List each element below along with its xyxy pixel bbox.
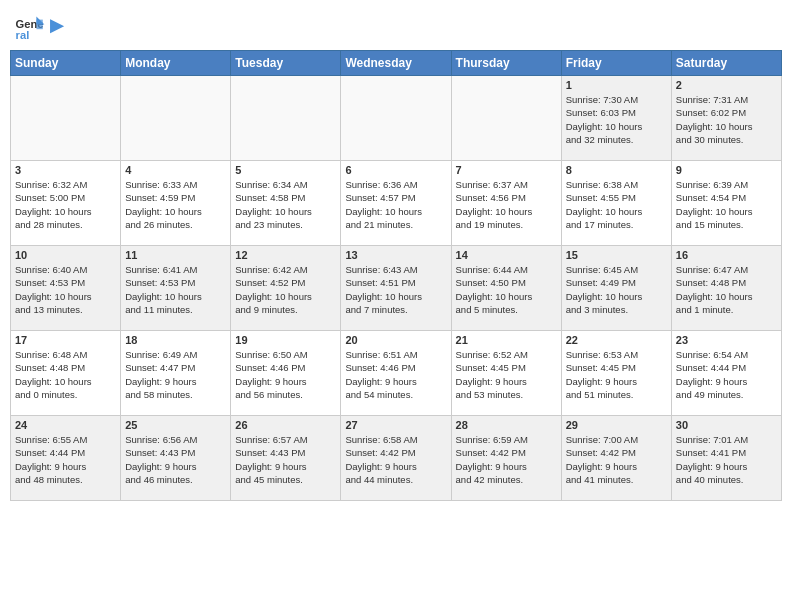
day-number: 7 xyxy=(456,164,557,176)
day-info: Sunrise: 6:37 AM Sunset: 4:56 PM Dayligh… xyxy=(456,178,557,231)
day-number: 16 xyxy=(676,249,777,261)
calendar-cell: 16Sunrise: 6:47 AM Sunset: 4:48 PM Dayli… xyxy=(671,246,781,331)
calendar-cell: 19Sunrise: 6:50 AM Sunset: 4:46 PM Dayli… xyxy=(231,331,341,416)
calendar-cell: 11Sunrise: 6:41 AM Sunset: 4:53 PM Dayli… xyxy=(121,246,231,331)
logo: Gene ral ▶ xyxy=(14,10,63,42)
calendar-cell: 3Sunrise: 6:32 AM Sunset: 5:00 PM Daylig… xyxy=(11,161,121,246)
day-number: 1 xyxy=(566,79,667,91)
day-info: Sunrise: 6:36 AM Sunset: 4:57 PM Dayligh… xyxy=(345,178,446,231)
day-number: 21 xyxy=(456,334,557,346)
day-number: 2 xyxy=(676,79,777,91)
calendar-cell: 25Sunrise: 6:56 AM Sunset: 4:43 PM Dayli… xyxy=(121,416,231,501)
day-number: 20 xyxy=(345,334,446,346)
calendar-cell: 13Sunrise: 6:43 AM Sunset: 4:51 PM Dayli… xyxy=(341,246,451,331)
calendar-header-row: SundayMondayTuesdayWednesdayThursdayFrid… xyxy=(11,51,782,76)
day-number: 4 xyxy=(125,164,226,176)
calendar-cell: 4Sunrise: 6:33 AM Sunset: 4:59 PM Daylig… xyxy=(121,161,231,246)
calendar-cell: 2Sunrise: 7:31 AM Sunset: 6:02 PM Daylig… xyxy=(671,76,781,161)
day-info: Sunrise: 6:53 AM Sunset: 4:45 PM Dayligh… xyxy=(566,348,667,401)
day-number: 22 xyxy=(566,334,667,346)
day-info: Sunrise: 6:55 AM Sunset: 4:44 PM Dayligh… xyxy=(15,433,116,486)
day-info: Sunrise: 7:31 AM Sunset: 6:02 PM Dayligh… xyxy=(676,93,777,146)
day-info: Sunrise: 6:49 AM Sunset: 4:47 PM Dayligh… xyxy=(125,348,226,401)
calendar-cell: 17Sunrise: 6:48 AM Sunset: 4:48 PM Dayli… xyxy=(11,331,121,416)
day-number: 11 xyxy=(125,249,226,261)
day-info: Sunrise: 6:42 AM Sunset: 4:52 PM Dayligh… xyxy=(235,263,336,316)
day-info: Sunrise: 6:54 AM Sunset: 4:44 PM Dayligh… xyxy=(676,348,777,401)
day-number: 18 xyxy=(125,334,226,346)
calendar-cell xyxy=(231,76,341,161)
calendar-cell: 20Sunrise: 6:51 AM Sunset: 4:46 PM Dayli… xyxy=(341,331,451,416)
day-info: Sunrise: 7:00 AM Sunset: 4:42 PM Dayligh… xyxy=(566,433,667,486)
day-info: Sunrise: 7:30 AM Sunset: 6:03 PM Dayligh… xyxy=(566,93,667,146)
logo-icon-triangle: ▶ xyxy=(50,16,63,35)
calendar-week-row: 24Sunrise: 6:55 AM Sunset: 4:44 PM Dayli… xyxy=(11,416,782,501)
calendar-cell xyxy=(121,76,231,161)
day-info: Sunrise: 6:51 AM Sunset: 4:46 PM Dayligh… xyxy=(345,348,446,401)
day-info: Sunrise: 6:58 AM Sunset: 4:42 PM Dayligh… xyxy=(345,433,446,486)
page-header: Gene ral ▶ xyxy=(10,10,782,42)
day-info: Sunrise: 6:40 AM Sunset: 4:53 PM Dayligh… xyxy=(15,263,116,316)
day-info: Sunrise: 6:43 AM Sunset: 4:51 PM Dayligh… xyxy=(345,263,446,316)
calendar-cell: 7Sunrise: 6:37 AM Sunset: 4:56 PM Daylig… xyxy=(451,161,561,246)
calendar-cell: 26Sunrise: 6:57 AM Sunset: 4:43 PM Dayli… xyxy=(231,416,341,501)
day-number: 12 xyxy=(235,249,336,261)
day-number: 30 xyxy=(676,419,777,431)
day-number: 23 xyxy=(676,334,777,346)
day-number: 24 xyxy=(15,419,116,431)
header-day-saturday: Saturday xyxy=(671,51,781,76)
svg-marker-3 xyxy=(36,20,42,30)
calendar-cell: 10Sunrise: 6:40 AM Sunset: 4:53 PM Dayli… xyxy=(11,246,121,331)
calendar-cell xyxy=(11,76,121,161)
calendar-cell: 22Sunrise: 6:53 AM Sunset: 4:45 PM Dayli… xyxy=(561,331,671,416)
day-number: 17 xyxy=(15,334,116,346)
day-number: 9 xyxy=(676,164,777,176)
day-number: 15 xyxy=(566,249,667,261)
calendar-cell: 1Sunrise: 7:30 AM Sunset: 6:03 PM Daylig… xyxy=(561,76,671,161)
calendar-cell: 27Sunrise: 6:58 AM Sunset: 4:42 PM Dayli… xyxy=(341,416,451,501)
day-number: 6 xyxy=(345,164,446,176)
day-info: Sunrise: 6:32 AM Sunset: 5:00 PM Dayligh… xyxy=(15,178,116,231)
day-number: 26 xyxy=(235,419,336,431)
day-info: Sunrise: 6:56 AM Sunset: 4:43 PM Dayligh… xyxy=(125,433,226,486)
calendar-cell: 18Sunrise: 6:49 AM Sunset: 4:47 PM Dayli… xyxy=(121,331,231,416)
day-number: 27 xyxy=(345,419,446,431)
day-number: 3 xyxy=(15,164,116,176)
header-day-wednesday: Wednesday xyxy=(341,51,451,76)
calendar-cell: 21Sunrise: 6:52 AM Sunset: 4:45 PM Dayli… xyxy=(451,331,561,416)
header-day-friday: Friday xyxy=(561,51,671,76)
day-info: Sunrise: 6:34 AM Sunset: 4:58 PM Dayligh… xyxy=(235,178,336,231)
day-number: 14 xyxy=(456,249,557,261)
day-info: Sunrise: 6:48 AM Sunset: 4:48 PM Dayligh… xyxy=(15,348,116,401)
calendar-cell: 29Sunrise: 7:00 AM Sunset: 4:42 PM Dayli… xyxy=(561,416,671,501)
calendar-week-row: 1Sunrise: 7:30 AM Sunset: 6:03 PM Daylig… xyxy=(11,76,782,161)
calendar-cell: 6Sunrise: 6:36 AM Sunset: 4:57 PM Daylig… xyxy=(341,161,451,246)
calendar-cell: 8Sunrise: 6:38 AM Sunset: 4:55 PM Daylig… xyxy=(561,161,671,246)
calendar-cell: 5Sunrise: 6:34 AM Sunset: 4:58 PM Daylig… xyxy=(231,161,341,246)
header-day-tuesday: Tuesday xyxy=(231,51,341,76)
calendar-cell: 23Sunrise: 6:54 AM Sunset: 4:44 PM Dayli… xyxy=(671,331,781,416)
day-info: Sunrise: 6:38 AM Sunset: 4:55 PM Dayligh… xyxy=(566,178,667,231)
calendar-cell: 24Sunrise: 6:55 AM Sunset: 4:44 PM Dayli… xyxy=(11,416,121,501)
day-info: Sunrise: 6:47 AM Sunset: 4:48 PM Dayligh… xyxy=(676,263,777,316)
header-day-thursday: Thursday xyxy=(451,51,561,76)
day-info: Sunrise: 6:50 AM Sunset: 4:46 PM Dayligh… xyxy=(235,348,336,401)
day-info: Sunrise: 6:39 AM Sunset: 4:54 PM Dayligh… xyxy=(676,178,777,231)
calendar-cell: 15Sunrise: 6:45 AM Sunset: 4:49 PM Dayli… xyxy=(561,246,671,331)
day-info: Sunrise: 6:33 AM Sunset: 4:59 PM Dayligh… xyxy=(125,178,226,231)
calendar-cell: 30Sunrise: 7:01 AM Sunset: 4:41 PM Dayli… xyxy=(671,416,781,501)
day-info: Sunrise: 6:41 AM Sunset: 4:53 PM Dayligh… xyxy=(125,263,226,316)
day-info: Sunrise: 6:44 AM Sunset: 4:50 PM Dayligh… xyxy=(456,263,557,316)
calendar-week-row: 3Sunrise: 6:32 AM Sunset: 5:00 PM Daylig… xyxy=(11,161,782,246)
day-info: Sunrise: 7:01 AM Sunset: 4:41 PM Dayligh… xyxy=(676,433,777,486)
day-info: Sunrise: 6:59 AM Sunset: 4:42 PM Dayligh… xyxy=(456,433,557,486)
logo-icon: Gene ral xyxy=(14,10,46,42)
calendar-cell xyxy=(451,76,561,161)
calendar-cell: 14Sunrise: 6:44 AM Sunset: 4:50 PM Dayli… xyxy=(451,246,561,331)
day-number: 29 xyxy=(566,419,667,431)
day-number: 13 xyxy=(345,249,446,261)
day-number: 19 xyxy=(235,334,336,346)
day-number: 5 xyxy=(235,164,336,176)
svg-text:ral: ral xyxy=(16,29,30,41)
day-number: 10 xyxy=(15,249,116,261)
